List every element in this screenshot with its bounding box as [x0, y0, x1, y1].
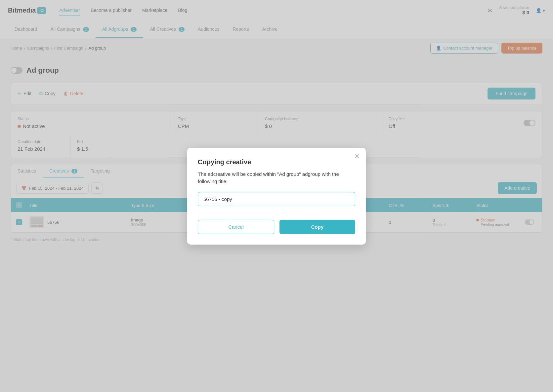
modal-actions: Cancel Copy: [198, 220, 355, 234]
modal-input[interactable]: [198, 192, 355, 206]
modal-description: The adcreative will be copied within "Ad…: [198, 171, 355, 185]
copy-modal-button[interactable]: Copy: [279, 220, 355, 234]
cancel-button[interactable]: Cancel: [198, 220, 274, 234]
modal-close-button[interactable]: ✕: [354, 152, 360, 160]
modal: ✕ Copying creative The adcreative will b…: [187, 148, 366, 245]
modal-title: Copying creative: [198, 158, 355, 166]
modal-overlay[interactable]: ✕ Copying creative The adcreative will b…: [0, 0, 553, 250]
